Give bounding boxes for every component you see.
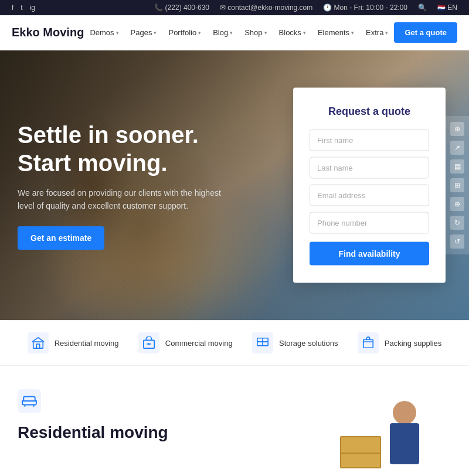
email-icon: ✉ (220, 4, 226, 12)
top-bar: f t ig 📞 (222) 400-630 ✉ contact@ekko-mo… (0, 0, 469, 15)
chevron-icon: ▾ (264, 30, 267, 36)
chevron-icon: ▾ (116, 30, 119, 36)
email-input[interactable] (310, 185, 429, 206)
lower-right-content (243, 389, 451, 476)
hero-content: Settle in sooner. Start moving. We are f… (0, 121, 246, 250)
nav-demos[interactable]: Demos ▾ (85, 25, 123, 40)
search-icon[interactable]: 🔍 (418, 4, 427, 12)
clock-icon: 🕐 (323, 4, 332, 12)
hero-title: Settle in sooner. Start moving. (18, 121, 229, 177)
social-links: f t ig (12, 4, 35, 12)
service-residential: Residential moving (28, 332, 119, 353)
get-quote-button[interactable]: Get a quote (394, 22, 457, 43)
chevron-icon: ▾ (230, 30, 233, 36)
commercial-label: Commercial moving (165, 339, 233, 348)
site-logo[interactable]: Ekko Moving (12, 26, 84, 39)
scroll-icon-3: ▤ (450, 159, 464, 174)
email-info: ✉ contact@ekko-moving.com (220, 4, 312, 12)
service-packing: Packing supplies (358, 332, 442, 353)
nav-blocks[interactable]: Blocks ▾ (274, 25, 311, 40)
storage-icon (252, 332, 273, 353)
nav-elements[interactable]: Elements ▾ (313, 25, 359, 40)
nav-extra[interactable]: Extra ▾ (361, 25, 393, 40)
facebook-link[interactable]: f (12, 4, 13, 12)
svg-rect-9 (363, 340, 373, 348)
scroll-icon-2: ↗ (450, 141, 464, 155)
storage-label: Storage solutions (279, 339, 338, 348)
service-storage: Storage solutions (252, 332, 338, 353)
nav-pages[interactable]: Pages ▾ (126, 25, 162, 40)
lower-left-content: Residential moving (18, 389, 226, 443)
hours-info: 🕐 Mon - Fri: 10:00 - 22:00 (323, 4, 407, 12)
last-name-input[interactable] (310, 157, 429, 179)
scroll-icon-6: ↻ (450, 216, 464, 230)
hero-section: Settle in sooner. Start moving. We are f… (0, 50, 469, 320)
nav-blog[interactable]: Blog ▾ (208, 25, 237, 40)
hero-subtitle: We are focused on providing our clients … (18, 186, 229, 213)
scroll-icons: ⊕ ↗ ▤ ⊞ ⊕ ↻ ↺ (446, 116, 469, 254)
phone-input[interactable] (310, 212, 429, 234)
first-name-input[interactable] (310, 130, 429, 151)
sofa-icon (18, 389, 41, 413)
person-body (390, 423, 419, 464)
lower-section: Residential moving (0, 366, 469, 476)
navbar: Ekko Moving Demos ▾ Pages ▾ Portfolio ▾ … (0, 15, 469, 50)
residential-icon (28, 332, 49, 353)
lower-section-title: Residential moving (18, 422, 226, 443)
quote-card: Request a quote Find availability (293, 88, 446, 283)
language-selector[interactable]: 🇳🇱 EN (437, 4, 457, 12)
contact-info: 📞 (222) 400-630 ✉ contact@ekko-moving.co… (154, 4, 457, 12)
services-bar: Residential moving Commercial moving Sto… (0, 320, 469, 366)
scroll-icon-5: ⊕ (450, 197, 464, 211)
nav-portfolio[interactable]: Portfolio ▾ (164, 25, 206, 40)
chevron-icon: ▾ (385, 30, 388, 36)
chevron-icon: ▾ (351, 30, 354, 36)
chevron-icon: ▾ (154, 30, 157, 36)
twitter-link[interactable]: t (21, 4, 22, 12)
service-commercial: Commercial moving (138, 332, 233, 353)
nav-shop[interactable]: Shop ▾ (240, 25, 271, 40)
chevron-icon: ▾ (198, 30, 201, 36)
svg-rect-0 (33, 342, 43, 348)
person-illustration (334, 389, 451, 476)
person-head (393, 401, 416, 424)
residential-label: Residential moving (55, 339, 119, 348)
commercial-icon (138, 332, 159, 353)
quote-card-title: Request a quote (310, 106, 429, 118)
phone-icon: 📞 (154, 4, 163, 12)
moving-box (340, 436, 381, 468)
scroll-icon-1: ⊕ (450, 122, 464, 136)
get-estimate-button[interactable]: Get an estimate (18, 226, 104, 250)
nav-menu: Demos ▾ Pages ▾ Portfolio ▾ Blog ▾ Shop … (85, 25, 393, 40)
chevron-icon: ▾ (303, 30, 306, 36)
find-availability-button[interactable]: Find availability (310, 242, 429, 266)
scroll-icon-7: ↺ (450, 234, 464, 249)
packing-label: Packing supplies (385, 339, 442, 348)
phone-info: 📞 (222) 400-630 (154, 4, 209, 12)
scroll-icon-4: ⊞ (450, 178, 464, 192)
svg-rect-1 (36, 344, 40, 348)
instagram-link[interactable]: ig (30, 4, 35, 12)
packing-icon (358, 332, 379, 353)
